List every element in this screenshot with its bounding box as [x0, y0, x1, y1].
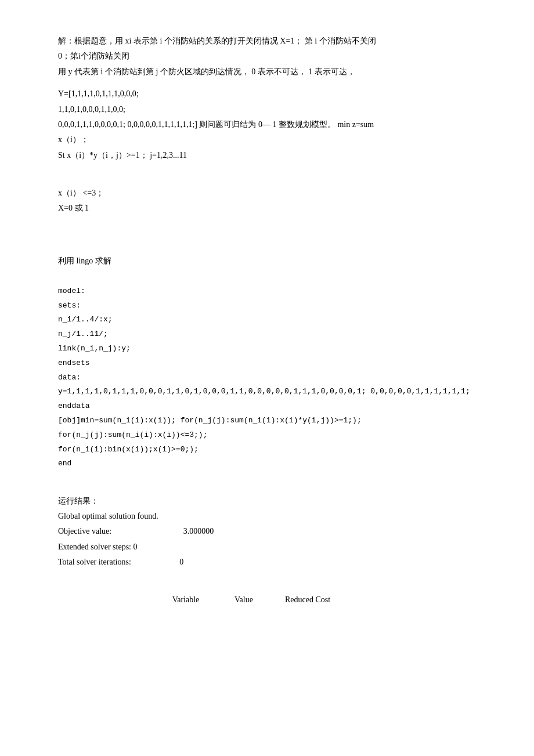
extended-solver-line: Extended solver steps: 0: [58, 541, 488, 554]
main-content: 解：根据题意，用 xi 表示第 i 个消防站的关系的打开关闭情况 X=1； 第 …: [58, 35, 488, 606]
constraint-1: x（i） <=3；: [58, 187, 488, 200]
nj-line: n_j/1..11/;: [58, 328, 488, 341]
results-section: 运行结果： Global optimal solution found. Obj…: [58, 479, 488, 569]
total-solver-value: 0: [179, 558, 183, 566]
blank-line-3: [58, 240, 488, 252]
matrix-section: Y=[1,1,1,1,0,1,1,1,0,0,0; 1,1,0,1,0,0,0,…: [58, 88, 488, 162]
run-results-label: 运行结果：: [58, 495, 488, 508]
ni-line: n_i/1..4/:x;: [58, 314, 488, 326]
blank-line-4: [58, 270, 488, 283]
for-line-1: for(n_j(j):sum(n_i(i):x(i))<=3;);: [58, 429, 488, 442]
obj-line: [obj]min=sum(n_i(i):x(i)); for(n_j(j):su…: [58, 415, 488, 427]
for-line-2: for(n_i(i):bin(x(i));x(i)>=0;);: [58, 444, 488, 456]
link-line: link(n_i,n_j):y;: [58, 343, 488, 355]
intro-line-1: 解：根据题意，用 xi 表示第 i 个消防站的关系的打开关闭情况 X=1； 第 …: [58, 35, 488, 48]
constraint-2: X=0 或 1: [58, 202, 488, 215]
lingo-section: 利用 lingo 求解 model: sets: n_i/1..4/:x; n_…: [58, 224, 488, 470]
constraints-section: x（i） <=3； X=0 或 1: [58, 171, 488, 215]
sets-keyword: sets:: [58, 300, 488, 312]
data-keyword: data:: [58, 372, 488, 384]
end-keyword: end: [58, 458, 488, 470]
model-line-1: x（i）；: [58, 133, 488, 146]
matrix-line-1: Y=[1,1,1,1,0,1,1,1,0,0,0;: [58, 88, 488, 100]
endsets-keyword: endsets: [58, 357, 488, 370]
total-solver-label: Total solver iterations:: [58, 558, 131, 566]
objective-line: Objective value: 3.000000: [58, 525, 488, 538]
matrix-y-label: Y=[1,1,1,1,0,1,1,1,0,0,0;: [58, 89, 139, 98]
table-header-variable: Variable: [151, 594, 221, 606]
objective-value: 3.000000: [183, 527, 214, 536]
matrix-line-2: 0,0,0,1,1,1,0,0,0,0,1; 0,0,0,0,0,1,1,1,1…: [58, 118, 488, 131]
total-solver-line: Total solver iterations: 0: [58, 556, 488, 569]
table-header-value: Value: [221, 594, 267, 606]
results-table-section: Variable Value Reduced Cost: [58, 578, 488, 607]
global-optimal-text: Global optimal solution found.: [58, 510, 488, 523]
lingo-intro: 利用 lingo 求解: [58, 255, 488, 267]
y-data-line: y=1,1,1,1,0,1,1,1,0,0,0,1,1,0,1,0,0,0,1,…: [58, 386, 488, 398]
matrix-line-1-cont: 1,1,0,1,0,0,0,1,1,0,0;: [58, 103, 488, 116]
model-keyword: model:: [58, 285, 488, 298]
blank-line-6: [58, 578, 488, 591]
blank-line-5: [58, 479, 488, 492]
intro-line-2: 0；第i个消防站关闭: [58, 50, 488, 63]
table-header-reduced-cost: Reduced Cost: [267, 594, 348, 606]
table-header-row: Variable Value Reduced Cost: [151, 594, 488, 606]
st-line: St x（i）*y（i，j）>=1； j=1,2,3...11: [58, 149, 488, 162]
blank-line-2: [58, 224, 488, 237]
enddata-keyword: enddata: [58, 400, 488, 413]
introduction-section: 解：根据题意，用 xi 表示第 i 个消防站的关系的打开关闭情况 X=1； 第 …: [58, 35, 488, 78]
blank-line-1: [58, 171, 488, 184]
objective-label: Objective value:: [58, 527, 111, 536]
intro-line-3: 用 y 代表第 i 个消防站到第 j 个防火区域的到达情况， 0 表示不可达， …: [58, 66, 488, 78]
